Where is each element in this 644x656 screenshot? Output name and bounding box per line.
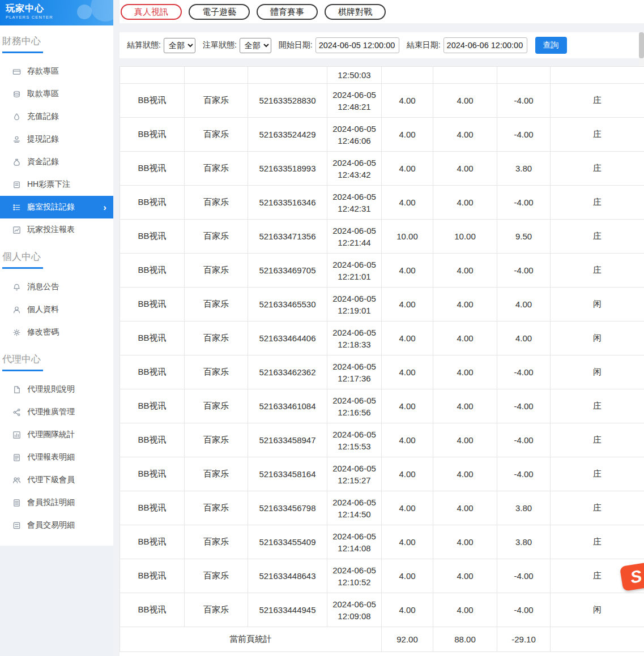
cell-result: 庄 bbox=[551, 423, 644, 457]
cell-datetime: 2024-06-0512:14:08 bbox=[327, 525, 382, 559]
sidebar-item-label: 充值記錄 bbox=[27, 112, 59, 122]
cell-game: 百家乐 bbox=[185, 220, 248, 254]
sidebar-section-title: 代理中心 bbox=[0, 344, 113, 371]
tab-live-video[interactable]: 真人視訊 bbox=[121, 4, 182, 20]
cell-valid-bet: 4.00 bbox=[433, 355, 497, 389]
table-row: BB视讯百家乐5216334610842024-06-0512:16:564.0… bbox=[120, 389, 644, 423]
vertical-scrollbar[interactable] bbox=[639, 32, 644, 66]
cell-result: 闲 bbox=[551, 355, 644, 389]
sidebar-item-funds-records[interactable]: 資金記錄 bbox=[0, 151, 113, 173]
report-icon bbox=[12, 225, 22, 234]
cell-win-loss: -4.00 bbox=[497, 254, 551, 288]
cell-order-no: 521633456798 bbox=[248, 491, 327, 525]
cell-bet-amount: 4.00 bbox=[382, 593, 433, 627]
sidebar-item-room-bet-records[interactable]: 廳室投註記錄› bbox=[0, 196, 113, 218]
cell-result: 庄 bbox=[551, 389, 644, 423]
cell-valid-bet: 4.00 bbox=[433, 186, 497, 220]
sidebar-item-change-password[interactable]: 修改密碼 bbox=[0, 321, 113, 344]
tab-electronic-games[interactable]: 電子遊藝 bbox=[189, 4, 250, 20]
sidebar-item-hh-lottery[interactable]: HH彩票下注 bbox=[0, 173, 113, 196]
summary-bet-amount: 92.00 bbox=[382, 627, 433, 652]
funds-icon bbox=[12, 157, 22, 166]
sidebar: 玩家中心 PLAYERS CENTER 財務中心存款專區取款專區充值記錄提現記錄… bbox=[0, 0, 113, 656]
cell-datetime: 2024-06-0512:19:01 bbox=[327, 288, 382, 321]
sidebar-item-label: 提現記錄 bbox=[27, 134, 59, 144]
cell-game: 百家乐 bbox=[185, 457, 248, 491]
user-icon bbox=[12, 305, 22, 314]
settle-status-select[interactable]: 全部 bbox=[164, 38, 195, 53]
cell-platform: BB视讯 bbox=[120, 559, 185, 593]
bet-table-body: 12:50:03BB视讯百家乐5216335288302024-06-0512:… bbox=[120, 67, 644, 652]
cell-game: 百家乐 bbox=[185, 525, 248, 559]
cell-bet-amount: 4.00 bbox=[382, 254, 433, 288]
cell-game: 百家乐 bbox=[185, 593, 248, 627]
sidebar-section-title: 個人中心 bbox=[0, 241, 113, 269]
cell-datetime: 2024-06-0512:15:27 bbox=[327, 457, 382, 491]
app-logo: 玩家中心 PLAYERS CENTER bbox=[0, 0, 113, 25]
doc-icon bbox=[12, 385, 22, 394]
bet-records-table-wrap: 12:50:03BB视讯百家乐5216335288302024-06-0512:… bbox=[120, 66, 644, 656]
cell-platform: BB视讯 bbox=[120, 491, 185, 525]
cell-game: 百家乐 bbox=[185, 186, 248, 220]
cell-game: 百家乐 bbox=[185, 254, 248, 288]
cell-valid-bet: 4.00 bbox=[433, 559, 497, 593]
sidebar-item-player-bet-report[interactable]: 玩家投注報表 bbox=[0, 218, 113, 241]
table-row: BB视讯百家乐5216334449452024-06-0512:09:084.0… bbox=[120, 593, 644, 627]
start-date-input[interactable] bbox=[315, 37, 399, 53]
scrollbar-thumb[interactable] bbox=[639, 32, 644, 58]
cell-order-no: 521633518993 bbox=[248, 152, 327, 186]
sidebar-item-profile[interactable]: 個人資料 bbox=[0, 298, 113, 321]
sidebar-item-announcements[interactable]: 消息公告 bbox=[0, 276, 113, 298]
recharge-icon bbox=[12, 112, 22, 121]
cell-platform: BB视讯 bbox=[120, 593, 185, 627]
cell-datetime: 12:50:03 bbox=[327, 67, 382, 84]
end-date-input[interactable] bbox=[443, 37, 527, 53]
cell-bet-amount: 4.00 bbox=[382, 84, 433, 118]
sidebar-item-withdraw-records[interactable]: 提現記錄 bbox=[0, 128, 113, 151]
table-row-partial: 12:50:03 bbox=[120, 67, 644, 84]
sidebar-item-agent-team-stats[interactable]: 代理團隊統計 bbox=[0, 423, 113, 446]
tab-sports-events[interactable]: 體育賽事 bbox=[257, 4, 318, 20]
sidebar-item-deposit[interactable]: 存款專區 bbox=[0, 60, 113, 83]
cell-datetime: 2024-06-0512:10:52 bbox=[327, 559, 382, 593]
query-button[interactable]: 查詢 bbox=[535, 37, 567, 54]
table-row: BB视讯百家乐5216334567982024-06-0512:14:504.0… bbox=[120, 491, 644, 525]
tab-board-games[interactable]: 棋牌對戰 bbox=[325, 4, 386, 20]
sidebar-item-agent-promotion[interactable]: 代理推廣管理 bbox=[0, 401, 113, 423]
cell-bet-amount: 4.00 bbox=[382, 457, 433, 491]
cell-game: 百家乐 bbox=[185, 355, 248, 389]
cell-valid-bet: 4.00 bbox=[433, 288, 497, 321]
cell-datetime: 2024-06-0512:14:50 bbox=[327, 491, 382, 525]
cell-order-no: 521633461084 bbox=[248, 389, 327, 423]
cell-result: 庄 bbox=[551, 491, 644, 525]
sidebar-item-member-transactions[interactable]: 會員交易明細 bbox=[0, 514, 113, 537]
sidebar-item-recharge-records[interactable]: 充值記錄 bbox=[0, 105, 113, 128]
sidebar-item-agent-report-details[interactable]: 代理報表明細 bbox=[0, 446, 113, 469]
main-content: 真人視訊電子遊藝體育賽事棋牌對戰 結算狀態: 全部 注單狀態: 全部 開始日期:… bbox=[120, 0, 644, 656]
sidebar-item-agent-rules[interactable]: 代理規則說明 bbox=[0, 378, 113, 401]
sidebar-item-label: 個人資料 bbox=[27, 305, 59, 315]
cell-datetime: 2024-06-0512:17:36 bbox=[327, 355, 382, 389]
table-row: BB视讯百家乐5216334713562024-06-0512:21:4410.… bbox=[120, 220, 644, 254]
cell-win-loss: -4.00 bbox=[497, 118, 551, 152]
gear-icon bbox=[12, 328, 22, 337]
cell-valid-bet: 4.00 bbox=[433, 457, 497, 491]
cell-win-loss: 4.00 bbox=[497, 321, 551, 355]
sidebar-item-agent-members[interactable]: 代理下級會員 bbox=[0, 469, 113, 491]
cell-valid-bet: 4.00 bbox=[433, 423, 497, 457]
table-row: BB视讯百家乐5216334554092024-06-0512:14:084.0… bbox=[120, 525, 644, 559]
cell-game: 百家乐 bbox=[185, 152, 248, 186]
cell-win-loss: -4.00 bbox=[497, 593, 551, 627]
cell-order-no: 521633458164 bbox=[248, 457, 327, 491]
sidebar-item-label: 代理規則說明 bbox=[27, 384, 75, 395]
end-date-label: 結束日期: bbox=[407, 40, 441, 50]
cell-result: 庄 bbox=[551, 220, 644, 254]
order-status-select[interactable]: 全部 bbox=[240, 38, 271, 53]
sidebar-item-member-bet-details[interactable]: 會員投註明細 bbox=[0, 491, 113, 514]
cell-result: 庄 bbox=[551, 84, 644, 118]
cell-valid-bet: 4.00 bbox=[433, 84, 497, 118]
sidebar-item-withdraw[interactable]: 取款專區 bbox=[0, 83, 113, 105]
bet-records-icon bbox=[12, 203, 22, 212]
cell-order-no: 521633458947 bbox=[248, 423, 327, 457]
cell-win-loss bbox=[497, 67, 551, 84]
